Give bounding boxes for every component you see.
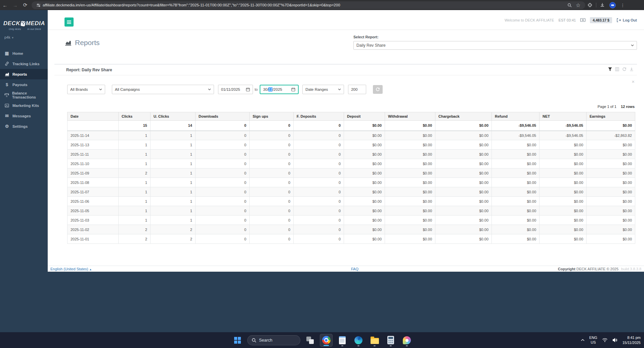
clock[interactable]: 8:41 pm15/11/2025 (622, 335, 641, 345)
address-bar[interactable]: affiliate.deckmedia.im/en-us/Affiliate/d… (32, 1, 585, 9)
chrome-icon (322, 336, 331, 344)
value-cell: $0.00 (492, 206, 540, 216)
start-button[interactable] (231, 334, 244, 347)
brands-select[interactable]: All Brands (67, 85, 105, 94)
taskbar-chrome[interactable] (320, 334, 333, 347)
value-cell: 1 (151, 168, 196, 178)
site-settings-icon[interactable] (36, 3, 41, 7)
refresh-icon[interactable] (622, 67, 627, 71)
calculator-icon (387, 336, 394, 344)
column-header-net[interactable]: NET (540, 112, 587, 121)
value-cell: $0.00 (435, 178, 492, 187)
date-to-input[interactable]: 30/11/2025 (260, 85, 299, 94)
banknote-icon (580, 18, 586, 22)
date-ranges-select[interactable]: Date Ranges (302, 85, 344, 94)
report-heading: Report: Daily Rev Share (54, 65, 637, 75)
value-cell: 1 (151, 197, 196, 206)
sidebar-item-reports[interactable]: Reports (0, 69, 48, 79)
taskbar-calculator[interactable] (384, 334, 397, 347)
date-from-input[interactable]: 01/11/2025 (218, 85, 253, 94)
campaigns-select[interactable]: All Campaigns (112, 85, 214, 94)
value-cell: 0 (250, 121, 294, 131)
taskbar-file-explorer[interactable] (368, 334, 381, 347)
date: 15/11/2025 (622, 340, 641, 345)
column-header-withdrawal[interactable]: Withdrawal (385, 112, 435, 121)
column-header-earnings[interactable]: Earnings (587, 112, 635, 121)
copyright: Copyright DECK AFFILIATE © 2025build 3.8… (558, 267, 641, 271)
zoom-icon[interactable] (567, 3, 572, 7)
forward-icon[interactable]: → (10, 2, 20, 8)
downloads-icon[interactable] (600, 3, 605, 7)
balance-badge[interactable]: 4,483.17 $ (590, 17, 612, 23)
value-cell: 1 (119, 159, 151, 168)
table-row: 2025-11-0311000$0.00$0.00$0.00$0.00$0.00… (68, 216, 635, 225)
windows-logo-icon (234, 337, 241, 344)
value-cell: 0 (250, 131, 294, 140)
taskbar-search[interactable]: Search (247, 335, 300, 345)
sidebar-item-balance-transactions[interactable]: Balance Transactions (0, 90, 48, 100)
taskbar-edge[interactable] (352, 334, 365, 347)
tray-chevron-icon[interactable] (581, 339, 585, 341)
column-header-chargeback[interactable]: Chargeback (435, 112, 492, 121)
row-limit-input[interactable]: 200 (348, 85, 366, 94)
language-indicator[interactable]: ENGUS (589, 336, 597, 345)
faq-link[interactable]: FAQ (351, 267, 358, 271)
task-view-button[interactable] (304, 334, 316, 347)
value-cell: 0 (196, 140, 250, 150)
calendar-icon[interactable] (246, 87, 250, 91)
taskbar-notepad[interactable] (336, 334, 349, 347)
value-cell: $0.00 (435, 225, 492, 234)
taskbar-paint[interactable] (400, 334, 413, 347)
export-download-icon[interactable] (630, 67, 634, 71)
sidebar-item-settings[interactable]: ⚙ Settings (0, 121, 48, 131)
language-selector[interactable]: English (United States) ▲ (50, 267, 92, 271)
column-header-date[interactable]: Date (68, 112, 119, 121)
sidebar-item-marketing-kits[interactable]: Marketing Kits (0, 100, 48, 111)
date-cell: 2025-11-01 (68, 234, 119, 244)
value-cell: $0.00 (344, 197, 385, 206)
wifi-icon[interactable] (602, 338, 608, 342)
column-header-refund[interactable]: Refund (492, 112, 540, 121)
account-dropdown[interactable]: p4k ▼ (0, 31, 48, 39)
filter-icon[interactable] (608, 67, 612, 71)
sidebar-item-tracking-links[interactable]: Tracking Links (0, 59, 48, 69)
apply-refresh-button[interactable] (373, 85, 383, 94)
column-header-sign-ups[interactable]: Sign ups (250, 112, 294, 121)
value-cell: $0.00 (540, 197, 587, 206)
paint-icon (403, 336, 411, 344)
extensions-icon[interactable] (588, 3, 592, 7)
columns-icon[interactable] (615, 67, 619, 71)
value-cell: 1 (119, 187, 151, 197)
speaker-icon[interactable] (612, 338, 618, 342)
value-cell: 0 (196, 206, 250, 216)
logout-button[interactable]: Log Out (616, 18, 637, 22)
sidebar-toggle-button[interactable] (65, 17, 74, 27)
report-select[interactable]: Daily Rev Share (353, 41, 637, 50)
date-cell: 2025-11-13 (68, 140, 119, 150)
value-cell: $0.00 (587, 206, 635, 216)
column-header-clicks[interactable]: Clicks (119, 112, 151, 121)
report-panel: Report: Daily Rev Share × All Brands All… (54, 64, 637, 258)
bookmark-star-icon[interactable]: ☆ (576, 2, 581, 8)
column-header-downloads[interactable]: Downloads (196, 112, 250, 121)
back-icon[interactable]: ← (0, 2, 10, 8)
sidebar-item-messages[interactable]: ✉ Messages (0, 111, 48, 121)
value-cell: 14 (151, 121, 196, 131)
brand-logo[interactable]: DECK MEDIA Only Acesin our Deck (0, 10, 48, 31)
column-header-u-clicks[interactable]: U. Clicks (151, 112, 196, 121)
value-cell: $0.00 (540, 159, 587, 168)
calendar-icon[interactable] (291, 87, 295, 91)
dollar-icon: $ (4, 82, 9, 87)
close-icon[interactable]: × (632, 80, 635, 83)
value-cell: $0.00 (435, 234, 492, 244)
reload-icon[interactable]: ⟳ (20, 2, 30, 8)
to-label: to (255, 87, 258, 91)
page-title-row: Reports Select Report: Daily Rev Share (48, 30, 644, 64)
value-cell: 0 (250, 225, 294, 234)
sidebar-item-payouts[interactable]: $ Payouts (0, 79, 48, 90)
column-header-f-deposits[interactable]: F. Deposits (294, 112, 344, 121)
browser-menu-icon[interactable]: ⋮ (620, 3, 625, 8)
profile-avatar[interactable] (609, 2, 616, 8)
sidebar-item-home[interactable]: ▦ Home (0, 48, 48, 59)
column-header-deposit[interactable]: Deposit (344, 112, 385, 121)
